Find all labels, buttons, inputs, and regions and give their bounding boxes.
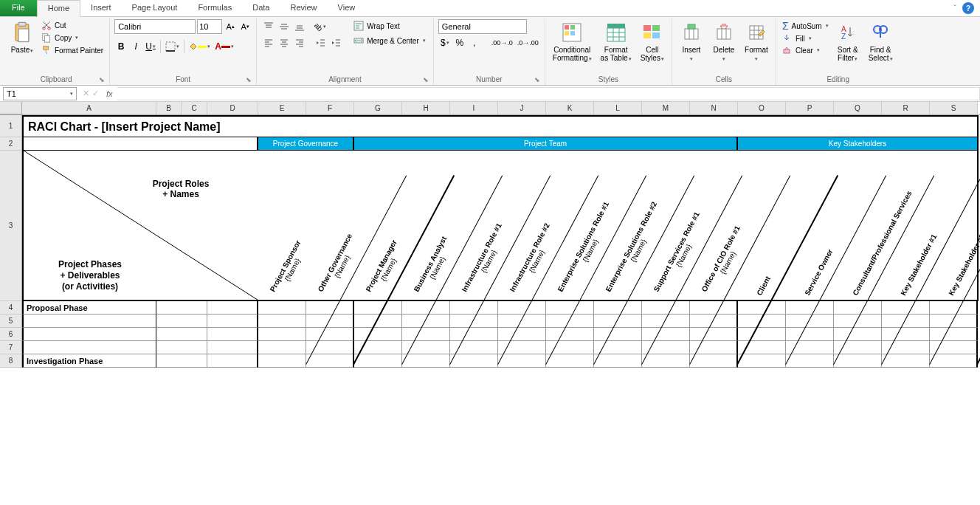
cell[interactable] [738, 301, 786, 315]
role-header-cell[interactable]: Key Stakeholder #2 [930, 151, 978, 301]
group-header-cell[interactable]: Project Team [354, 137, 738, 151]
column-header[interactable]: D [207, 102, 258, 114]
delete-cells-button[interactable]: Delete▾ [709, 19, 739, 64]
column-header[interactable]: J [498, 102, 546, 114]
format-as-table-button[interactable]: Format as Table▾ [598, 19, 635, 64]
cell[interactable] [930, 354, 978, 368]
role-header-cell[interactable]: Consultant/Professional Services [834, 151, 882, 301]
column-header[interactable]: Q [834, 102, 882, 114]
clear-button[interactable]: Clear▾ [781, 44, 830, 56]
font-name-input[interactable] [114, 19, 196, 34]
borders-button[interactable]: ▾ [164, 39, 181, 54]
cell[interactable] [354, 328, 402, 341]
column-header[interactable]: P [786, 102, 834, 114]
cell[interactable] [354, 301, 402, 315]
column-header[interactable]: R [882, 102, 930, 114]
cell[interactable] [306, 354, 354, 368]
cell[interactable] [642, 328, 690, 341]
autosum-button[interactable]: ΣAutoSum▾ [781, 19, 830, 32]
corner-header-cell[interactable]: Project Roles + Names Project Phases + D… [22, 151, 258, 301]
number-launcher-icon[interactable]: ⬊ [534, 76, 540, 83]
cell[interactable] [207, 354, 258, 368]
cell[interactable] [498, 328, 546, 341]
align-right-button[interactable] [292, 35, 307, 50]
column-header[interactable]: I [450, 102, 498, 114]
minimize-ribbon-icon[interactable]: ˇ [953, 4, 956, 13]
font-size-input[interactable] [197, 19, 222, 34]
cell[interactable] [450, 354, 498, 368]
column-header[interactable]: C [182, 102, 207, 114]
copy-button[interactable]: Copy▾ [40, 32, 105, 44]
sort-filter-button[interactable]: AZ Sort & Filter▾ [833, 19, 863, 64]
cell[interactable] [738, 328, 786, 341]
cell[interactable] [498, 301, 546, 315]
column-header[interactable]: F [306, 102, 354, 114]
role-header-cell[interactable]: Other Governance{Name} [306, 151, 354, 301]
cell[interactable] [882, 354, 930, 368]
cell[interactable] [402, 354, 450, 368]
cell[interactable] [786, 354, 834, 368]
cell[interactable] [450, 328, 498, 341]
increase-decimal-button[interactable]: .00→.0 [490, 35, 514, 50]
decrease-font-button[interactable]: A▾ [238, 19, 252, 34]
cell[interactable] [156, 341, 207, 354]
group-header-cell[interactable]: Project Governance [258, 137, 354, 151]
find-select-button[interactable]: Find & Select▾ [866, 19, 896, 64]
cell[interactable] [786, 328, 834, 341]
role-header-cell[interactable]: Key Stakeholder #1 [882, 151, 930, 301]
column-header[interactable]: H [402, 102, 450, 114]
cell-styles-button[interactable]: Cell Styles▾ [638, 19, 667, 64]
cancel-formula-icon[interactable]: ✕ [83, 89, 89, 98]
underline-button[interactable]: U▾ [144, 39, 157, 54]
cell[interactable] [207, 301, 258, 315]
fill-color-button[interactable]: ▾ [187, 39, 212, 54]
cell[interactable] [882, 328, 930, 341]
row-header[interactable]: 2 [0, 137, 22, 151]
tab-data[interactable]: Data [242, 0, 280, 16]
cell[interactable] [546, 301, 594, 315]
phase-cell[interactable] [22, 315, 156, 328]
phase-cell[interactable]: Proposal Phase [22, 301, 156, 315]
comma-button[interactable]: , [468, 35, 481, 50]
cell[interactable] [258, 301, 306, 315]
row-header[interactable]: 3 [0, 151, 22, 301]
column-header[interactable]: B [156, 102, 182, 114]
cell[interactable] [690, 354, 738, 368]
conditional-formatting-button[interactable]: Conditional Formatting▾ [550, 19, 595, 64]
cell[interactable] [207, 315, 258, 328]
format-painter-button[interactable]: Format Painter [40, 44, 105, 56]
cell[interactable] [930, 328, 978, 341]
role-header-cell[interactable]: Client [738, 151, 786, 301]
increase-indent-button[interactable] [328, 35, 343, 50]
merge-center-button[interactable]: Merge & Center▾ [351, 34, 429, 47]
cell[interactable] [642, 354, 690, 368]
column-header[interactable]: O [738, 102, 786, 114]
align-top-button[interactable] [261, 19, 276, 34]
select-all-corner[interactable] [0, 102, 22, 114]
row-header[interactable]: 4 [0, 301, 22, 315]
cut-button[interactable]: Cut [40, 19, 105, 31]
cell[interactable] [402, 301, 450, 315]
cell[interactable] [306, 301, 354, 315]
increase-font-button[interactable]: A▴ [224, 19, 237, 34]
wrap-text-button[interactable]: Wrap Text [351, 19, 429, 32]
row-header[interactable]: 5 [0, 315, 22, 328]
cell[interactable] [594, 328, 642, 341]
cell[interactable] [834, 301, 882, 315]
cell[interactable] [258, 328, 306, 341]
insert-cells-button[interactable]: Insert▾ [677, 19, 706, 64]
cell[interactable] [207, 341, 258, 354]
row-header[interactable]: 7 [0, 341, 22, 354]
accounting-button[interactable]: $▾ [438, 35, 452, 50]
align-left-button[interactable] [261, 35, 276, 50]
tab-view[interactable]: View [328, 0, 366, 16]
cell[interactable] [546, 354, 594, 368]
cell[interactable] [258, 315, 306, 328]
title-cell[interactable]: RACI Chart - [Insert Project Name] [22, 115, 979, 137]
tab-insert[interactable]: Insert [80, 0, 122, 16]
number-format-input[interactable] [438, 19, 527, 34]
role-header-cell[interactable]: Office of CIO Role #1{Name} [690, 151, 738, 301]
cell[interactable] [207, 328, 258, 341]
cell[interactable] [258, 341, 306, 354]
cell[interactable] [354, 354, 402, 368]
